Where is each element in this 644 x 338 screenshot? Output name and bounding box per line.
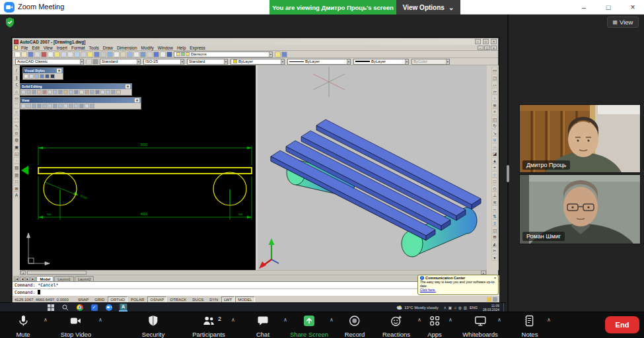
- zoom-app-icon[interactable]: [104, 304, 113, 312]
- status-toggle-button[interactable]: OSNAP: [147, 296, 166, 303]
- draw-tool-icon[interactable]: ⌒: [13, 102, 20, 108]
- toolbar-icon[interactable]: [41, 51, 47, 57]
- palette-icon[interactable]: [32, 104, 36, 108]
- toolbar-icon[interactable]: [114, 51, 120, 57]
- tray-icon[interactable]: ▥: [464, 306, 467, 310]
- doc-close-button[interactable]: ×: [491, 46, 497, 50]
- toolbar-icon[interactable]: [54, 51, 60, 57]
- palette-icon[interactable]: [69, 104, 73, 108]
- palette-icon[interactable]: [74, 104, 79, 108]
- minimize-button[interactable]: –: [574, 0, 594, 15]
- palette-icon[interactable]: [40, 74, 44, 79]
- chat-options-chevron[interactable]: ∧: [283, 317, 287, 323]
- layout-tab[interactable]: Layout1: [54, 276, 74, 281]
- mute-button[interactable]: Mute: [16, 314, 30, 338]
- status-toggle-button[interactable]: MODEL: [235, 296, 254, 303]
- layer-state-icon[interactable]: [186, 52, 190, 56]
- modeling-tool-icon[interactable]: ◳: [491, 74, 498, 81]
- clock[interactable]: 11:06 28.03.2024: [483, 304, 499, 312]
- panel-resize-handle[interactable]: [507, 165, 509, 182]
- draw-tool-icon[interactable]: ⌂: [13, 88, 20, 94]
- palette-icon[interactable]: [111, 90, 116, 94]
- chat-button[interactable]: Chat: [256, 314, 269, 338]
- modeling-tool-icon[interactable]: ◇: [491, 185, 498, 191]
- palette-icon[interactable]: [26, 104, 31, 108]
- dropdown-arrow-icon[interactable]: ▾: [137, 59, 140, 64]
- draw-tool-icon[interactable]: ⊞: [13, 185, 20, 191]
- doc-minimize-button[interactable]: –: [478, 46, 483, 50]
- toolbar-icon[interactable]: [133, 51, 139, 57]
- workspace-dropdown[interactable]: AutoCAD Classic ▾: [15, 59, 84, 65]
- palette-icon[interactable]: [53, 90, 57, 94]
- chrome-icon[interactable]: [75, 304, 84, 312]
- meeting-security-shield-icon[interactable]: [5, 17, 15, 28]
- lineweight-dropdown[interactable]: ByLayer ▾: [353, 59, 409, 65]
- palette-icon[interactable]: [85, 104, 89, 108]
- dropdown-arrow-icon[interactable]: ▾: [405, 59, 408, 64]
- status-toggle-button[interactable]: SNAP: [75, 296, 91, 303]
- menu-item[interactable]: Help: [175, 46, 188, 50]
- acad-close-button[interactable]: ×: [491, 39, 497, 44]
- layer-state-icon[interactable]: [181, 52, 185, 56]
- menu-item[interactable]: Format: [69, 46, 87, 50]
- toolbar-icon[interactable]: [15, 51, 20, 57]
- toolbar-icon[interactable]: [21, 51, 27, 57]
- modeling-tool-icon[interactable]: ◫: [491, 226, 498, 233]
- notes-button[interactable]: Notes: [522, 314, 538, 338]
- modeling-tool-icon[interactable]: ◪: [491, 150, 498, 156]
- view-options-button[interactable]: View Options ⌄: [396, 0, 460, 15]
- menu-item[interactable]: Window: [156, 46, 175, 50]
- draw-tool-icon[interactable]: ▣: [13, 143, 20, 150]
- menu-item[interactable]: Draw: [101, 46, 115, 50]
- status-toggle-button[interactable]: ORTHO: [108, 296, 127, 303]
- modeling-tool-icon[interactable]: ◭: [491, 240, 498, 247]
- palette-icon[interactable]: [24, 74, 28, 79]
- toolbar-icon[interactable]: [127, 51, 133, 57]
- participant-video[interactable]: Роман Шмиг: [519, 174, 641, 244]
- palette-icon[interactable]: [63, 90, 68, 94]
- status-toggle-button[interactable]: LWT: [221, 296, 234, 303]
- status-toggle-button[interactable]: GRID: [92, 296, 107, 303]
- palette-icon[interactable]: [90, 90, 94, 94]
- palette-icon[interactable]: [85, 90, 89, 94]
- next-tab-icon[interactable]: ▶: [25, 277, 30, 281]
- viewport-3d[interactable]: [258, 65, 487, 270]
- start-button-icon[interactable]: [46, 304, 55, 312]
- draw-tool-icon[interactable]: ◱: [13, 150, 20, 156]
- text-style-dropdown[interactable]: Standard ▾: [100, 59, 141, 65]
- dropdown-arrow-icon[interactable]: ▾: [224, 59, 227, 64]
- modeling-tool-icon[interactable]: ↘: [491, 129, 498, 136]
- modeling-tool-icon[interactable]: ▭: [491, 67, 498, 73]
- palette-icon[interactable]: [50, 74, 55, 79]
- click-here-link[interactable]: Click here.: [420, 288, 436, 292]
- modeling-tool-icon[interactable]: ⌓: [491, 81, 498, 87]
- toolbar-icon[interactable]: [28, 51, 34, 57]
- toolbar-icon[interactable]: [34, 51, 40, 57]
- toolbar-icon[interactable]: [275, 51, 281, 57]
- menu-item[interactable]: Insert: [55, 46, 69, 50]
- menu-item[interactable]: Tools: [87, 46, 101, 50]
- reactions-button[interactable]: Reactions: [382, 314, 410, 338]
- menu-item[interactable]: Modify: [139, 46, 156, 50]
- participant-video[interactable]: Дмитро Проць: [519, 104, 641, 173]
- share-options-chevron[interactable]: ∧: [330, 317, 334, 323]
- maximize-button[interactable]: □: [598, 0, 618, 15]
- modeling-tool-icon[interactable]: ∩: [491, 143, 498, 150]
- modeling-tool-icon[interactable]: ▲: [491, 157, 498, 164]
- share-screen-button[interactable]: Share Screen: [290, 314, 328, 338]
- layer-dropdown[interactable]: Dansons ▾: [174, 51, 273, 57]
- modeling-tool-icon[interactable]: ▱: [491, 88, 498, 94]
- modeling-tool-icon[interactable]: ⇅: [491, 213, 498, 219]
- toolbar-icon[interactable]: [120, 51, 126, 57]
- draw-tool-icon[interactable]: □: [13, 178, 20, 184]
- doc-restore-button[interactable]: □: [484, 46, 490, 50]
- dropdown-arrow-icon[interactable]: ▾: [180, 59, 184, 64]
- toolbar-icon[interactable]: [107, 51, 113, 57]
- palette-icon[interactable]: [74, 90, 79, 94]
- horizontal-scrollbar[interactable]: ◂ ▸: [20, 270, 487, 275]
- layer-state-icon[interactable]: [176, 52, 180, 56]
- palette-icon[interactable]: [37, 90, 42, 94]
- palette-icon[interactable]: [58, 104, 63, 108]
- palette-icon[interactable]: [42, 104, 47, 108]
- stop-video-button[interactable]: Stop Video: [61, 314, 91, 338]
